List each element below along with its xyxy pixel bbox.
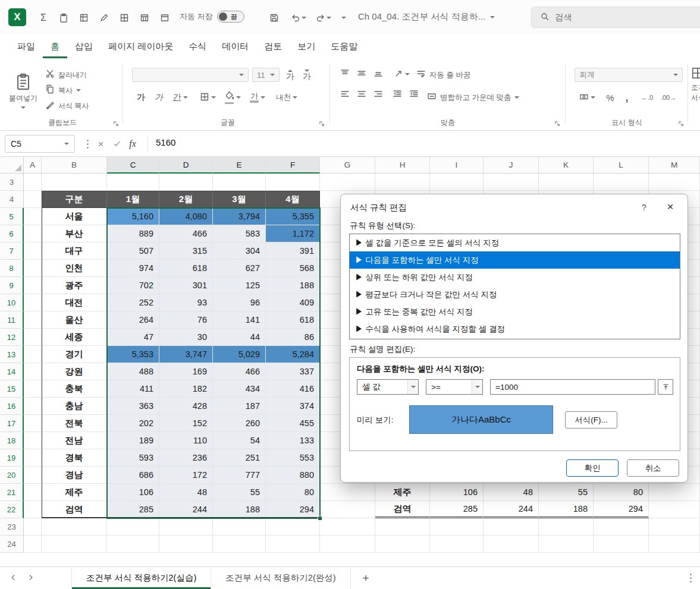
row-header-10[interactable]: 10	[0, 294, 24, 311]
row-header-3[interactable]: 3	[0, 174, 24, 191]
row-header-22[interactable]: 22	[0, 501, 24, 518]
enter-entry-button[interactable]	[111, 138, 124, 150]
cell-A6[interactable]	[24, 225, 42, 242]
bold-button[interactable]: 가	[133, 89, 149, 106]
cell-A10[interactable]	[24, 294, 42, 311]
cell-D20[interactable]: 172	[159, 467, 213, 484]
conditional-formatting-button[interactable]: 조건부 서식	[691, 67, 700, 103]
align-top-button[interactable]	[338, 67, 352, 81]
row-header-13[interactable]: 13	[0, 346, 24, 363]
cell-J3[interactable]	[484, 174, 539, 191]
cell-D15[interactable]: 182	[159, 380, 213, 398]
next-sheet-button[interactable]	[27, 573, 34, 584]
cell-B11[interactable]: 울산	[42, 311, 107, 329]
cell-E4[interactable]: 3월	[213, 191, 266, 208]
cell-B23[interactable]	[42, 518, 107, 536]
cell-A11[interactable]	[24, 311, 42, 329]
cell-G3[interactable]	[320, 174, 375, 191]
fill-handle[interactable]	[318, 516, 322, 521]
cell-D13[interactable]: 3,747	[159, 346, 213, 363]
cell-D11[interactable]: 76	[159, 311, 213, 329]
align-middle-button[interactable]	[354, 67, 369, 81]
help-button[interactable]: ?	[638, 203, 651, 212]
number-dialog-launcher-icon[interactable]	[678, 119, 686, 127]
cell-B3[interactable]	[42, 174, 107, 191]
rule-type-item-5[interactable]: ▶ 수식을 사용하여 서식을 지정할 셀 결정	[350, 320, 680, 338]
cell-D6[interactable]: 466	[159, 225, 213, 242]
cell-E3[interactable]	[213, 174, 266, 191]
column-header-F[interactable]: F	[266, 157, 320, 174]
cell-G24[interactable]	[320, 536, 375, 553]
cell-E10[interactable]: 96	[213, 294, 266, 311]
cell-A16[interactable]	[24, 398, 42, 415]
cell-K22[interactable]: 188	[539, 501, 594, 518]
row-header-4[interactable]: 4	[0, 191, 24, 208]
cell-F21[interactable]: 80	[266, 484, 320, 501]
chevron-down-icon[interactable]	[407, 380, 418, 394]
cell-E22[interactable]: 188	[213, 501, 266, 518]
cell-F17[interactable]: 455	[266, 415, 320, 432]
cell-K24[interactable]	[539, 536, 594, 553]
cell-B17[interactable]: 전북	[42, 415, 107, 432]
cell-F15[interactable]: 416	[266, 380, 320, 398]
close-button[interactable]: ×	[663, 199, 678, 215]
number-grid-icon[interactable]	[77, 12, 90, 24]
column-header-M[interactable]: M	[649, 157, 700, 174]
cell-H24[interactable]	[375, 536, 430, 553]
cell-C4[interactable]: 1월	[107, 191, 159, 208]
row-header-12[interactable]: 12	[0, 329, 24, 346]
cell-E11[interactable]: 141	[213, 311, 266, 329]
accounting-format-button[interactable]	[575, 89, 599, 106]
cell-C20[interactable]: 686	[107, 467, 159, 484]
rule-type-item-1[interactable]: ▶ 다음을 포함하는 셀만 서식 지정	[350, 251, 680, 269]
cell-J22[interactable]: 244	[484, 501, 539, 518]
cell-A4[interactable]	[24, 191, 42, 208]
column-header-A[interactable]: A	[24, 157, 42, 174]
row-header-6[interactable]: 6	[0, 225, 24, 242]
cell-F4[interactable]: 4월	[266, 191, 320, 208]
cell-A17[interactable]	[24, 415, 42, 432]
comma-style-button[interactable]: ,	[620, 89, 634, 106]
column-header-H[interactable]: H	[375, 157, 430, 174]
cell-C17[interactable]: 202	[107, 415, 159, 432]
cell-C19[interactable]: 593	[107, 449, 159, 467]
cell-C13[interactable]: 5,353	[107, 346, 159, 363]
cell-J21[interactable]: 48	[484, 484, 539, 501]
cell-B7[interactable]: 대구	[42, 242, 107, 260]
percent-style-button[interactable]: %	[603, 89, 617, 106]
cell-A22[interactable]	[24, 501, 42, 518]
cell-A14[interactable]	[24, 363, 42, 380]
cell-C3[interactable]	[107, 174, 159, 191]
redo-icon[interactable]	[314, 12, 327, 24]
cell-F11[interactable]: 618	[266, 311, 320, 329]
cell-E5[interactable]: 3,794	[213, 208, 266, 225]
cell-F5[interactable]: 5,355	[266, 208, 320, 225]
cell-A9[interactable]	[24, 277, 42, 294]
cell-H23[interactable]	[375, 518, 430, 536]
cell-E6[interactable]: 583	[213, 225, 266, 242]
table-icon[interactable]	[138, 12, 151, 24]
operand-type-select[interactable]: 셀 값	[357, 379, 419, 395]
cell-A5[interactable]	[24, 208, 42, 225]
cell-C6[interactable]: 889	[107, 225, 159, 242]
menu-tab-6[interactable]: 검토	[256, 34, 290, 58]
save-icon[interactable]	[268, 12, 281, 24]
cell-I23[interactable]	[430, 518, 484, 536]
cell-K21[interactable]: 55	[539, 484, 594, 501]
cell-B8[interactable]: 인천	[42, 260, 107, 277]
menu-tab-7[interactable]: 보기	[290, 34, 323, 58]
cell-B12[interactable]: 세종	[42, 329, 107, 346]
cell-F7[interactable]: 391	[266, 242, 320, 260]
cell-L23[interactable]	[594, 518, 649, 536]
cell-M24[interactable]	[649, 536, 700, 553]
column-header-I[interactable]: I	[430, 157, 484, 174]
cell-A23[interactable]	[24, 518, 42, 536]
cell-K3[interactable]	[539, 174, 594, 191]
increase-indent-button[interactable]	[407, 88, 421, 102]
autosave-toggle[interactable]: 자동 저장 끔	[180, 11, 244, 23]
cell-E13[interactable]: 5,029	[213, 346, 266, 363]
cell-M23[interactable]	[649, 518, 700, 536]
column-header-K[interactable]: K	[539, 157, 594, 174]
cells-grid-icon[interactable]	[118, 12, 131, 24]
cell-B10[interactable]: 대전	[42, 294, 107, 311]
